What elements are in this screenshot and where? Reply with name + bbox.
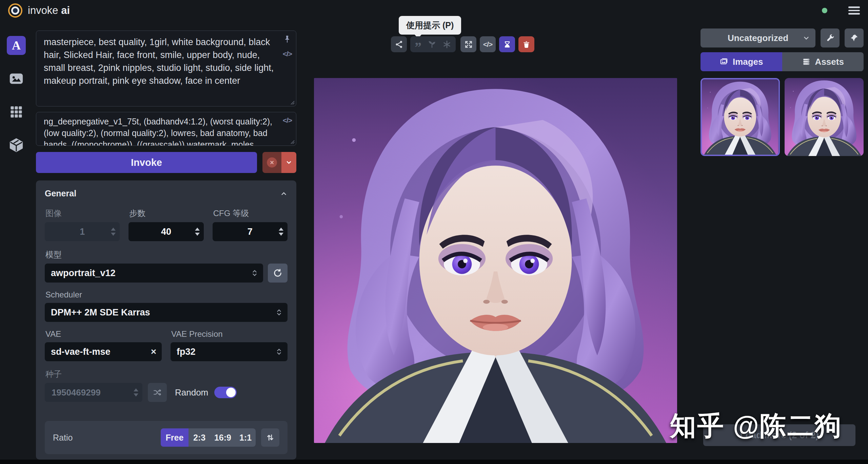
general-header[interactable]: General — [45, 189, 288, 198]
ratio-option-free[interactable]: Free — [161, 428, 189, 447]
board-select[interactable]: Uncategorized — [701, 28, 815, 47]
model-select[interactable]: awportrait_v12 — [45, 264, 263, 283]
cancel-button[interactable]: × — [262, 152, 281, 173]
tab-canvas[interactable] — [7, 69, 26, 88]
steps-stepper[interactable] — [195, 222, 200, 241]
generation-panel: masterpiece, best quality, 1girl, white … — [36, 31, 296, 460]
invoke-ai-app: invoke ai A masterpiece, best quality, 1… — [0, 0, 868, 464]
random-label: Random — [175, 387, 208, 398]
gallery-grid — [701, 78, 864, 156]
refresh-icon — [273, 268, 282, 278]
negative-prompt-text[interactable]: ng_deepnegative_v1_75t, (badhandv4:1.2),… — [36, 112, 296, 146]
scheduler-select[interactable]: DPM++ 2M SDE Karras — [45, 303, 288, 322]
expand-image-button[interactable] — [460, 36, 476, 52]
ratio-label: Ratio — [53, 433, 73, 443]
gallery-panel: Uncategorized Images Assets — [701, 28, 864, 464]
use-all-icon[interactable] — [442, 40, 451, 49]
current-image-view — [314, 78, 677, 443]
view-metadata-button[interactable]: </> — [480, 36, 496, 52]
swap-vertical-icon — [266, 433, 275, 442]
bottom-strip — [0, 460, 868, 464]
chevrons-updown-icon — [275, 347, 283, 356]
gallery-settings-button[interactable] — [821, 28, 840, 47]
ratio-option-16-9[interactable]: 16:9 — [210, 428, 235, 447]
chevron-down-icon — [803, 34, 810, 42]
thumbnail-image — [702, 79, 778, 155]
grid-icon — [9, 104, 24, 119]
gallery-image-selected[interactable] — [701, 78, 780, 156]
arrows-out-icon — [464, 40, 473, 49]
cfg-label: CFG 等级 — [213, 208, 288, 219]
general-section: General 图像 1 步数 40 — [36, 180, 296, 460]
image-icon — [8, 71, 24, 86]
images-field: 图像 1 — [45, 208, 120, 241]
share-image-button[interactable] — [391, 36, 407, 52]
vae-precision-label: VAE Precision — [171, 329, 288, 339]
steps-input[interactable]: 40 — [129, 222, 203, 241]
vae-select[interactable]: sd-vae-ft-mse × — [45, 342, 162, 361]
steps-field: 步数 40 — [129, 208, 203, 241]
vae-precision-select[interactable]: fp32 — [171, 342, 288, 361]
pin-icon — [850, 34, 859, 42]
gallery-image[interactable] — [785, 78, 864, 156]
resize-grip-icon[interactable] — [290, 100, 295, 105]
refresh-models-button[interactable] — [268, 264, 288, 283]
seed-input: 1950469299 — [45, 383, 142, 402]
tab-models[interactable] — [7, 136, 26, 155]
resize-grip-icon[interactable] — [290, 139, 295, 144]
ratio-option-1-1[interactable]: 1:1 — [235, 428, 256, 447]
viewer-toolbar: ” </> — [391, 36, 534, 52]
tab-assets[interactable]: Assets — [782, 52, 864, 71]
positive-prompt-box[interactable]: masterpiece, best quality, 1girl, white … — [36, 31, 296, 107]
delete-image-button[interactable] — [518, 36, 534, 52]
shuffle-seed-button[interactable] — [148, 383, 167, 402]
queue-status-button[interactable] — [499, 36, 515, 52]
generated-image — [314, 78, 677, 443]
cfg-input[interactable]: 7 — [213, 222, 288, 241]
gallery-tabs: Images Assets — [701, 52, 864, 71]
prompt-code-icon[interactable]: </> — [283, 50, 292, 58]
positive-prompt-text[interactable]: masterpiece, best quality, 1girl, white … — [36, 31, 296, 87]
pin-gallery-button[interactable] — [845, 28, 864, 47]
cancel-split-button[interactable]: × — [262, 152, 296, 173]
tab-images[interactable]: Images — [701, 52, 782, 71]
model-field: 模型 awportrait_v12 — [45, 249, 288, 283]
watermark: 知乎 @陈二狗 — [670, 408, 842, 444]
scheduler-field: Scheduler DPM++ 2M SDE Karras — [45, 290, 288, 322]
app-title: invoke ai — [28, 4, 70, 17]
images-stepper — [111, 222, 116, 241]
tooltip: 使用提示 (P) — [399, 16, 461, 35]
invoke-button[interactable]: Invoke — [36, 152, 257, 173]
vae-label: VAE — [45, 329, 162, 339]
assets-icon — [802, 57, 811, 66]
recall-button-group: ” — [410, 36, 456, 52]
clear-vae-icon[interactable]: × — [151, 346, 156, 357]
vae-precision-field: VAE Precision fp32 — [171, 329, 288, 361]
vae-field: VAE sd-vae-ft-mse × — [45, 329, 162, 361]
random-toggle[interactable] — [214, 387, 237, 398]
chevron-up-icon — [280, 190, 288, 197]
menu-button[interactable] — [848, 6, 860, 15]
ratio-option-2-3[interactable]: 2:3 — [189, 428, 210, 447]
images-input: 1 — [45, 222, 120, 241]
status-dot-icon — [822, 8, 827, 13]
tab-workflows[interactable] — [7, 102, 26, 121]
cfg-stepper[interactable] — [279, 222, 283, 241]
negative-code-icon[interactable]: </> — [283, 116, 292, 124]
images-label: 图像 — [45, 208, 120, 219]
use-seed-icon[interactable] — [428, 40, 436, 49]
seed-stepper — [134, 383, 138, 402]
share-icon — [395, 40, 403, 49]
ratio-panel: Ratio Free 2:3 16:9 1:1 — [45, 421, 288, 454]
tab-generate[interactable]: A — [7, 36, 26, 55]
chevrons-updown-icon — [251, 269, 258, 277]
swap-dimensions-button[interactable] — [261, 428, 279, 447]
negative-prompt-box[interactable]: ng_deepnegative_v1_75t, (badhandv4:1.2),… — [36, 112, 296, 146]
wrench-icon — [826, 34, 835, 43]
pin-icon[interactable] — [283, 35, 292, 44]
thumbnail-image — [785, 78, 864, 156]
cancel-menu-button[interactable] — [281, 152, 296, 173]
cancel-x-icon: × — [267, 157, 277, 168]
use-prompt-icon[interactable]: ” — [415, 44, 421, 51]
model-label: 模型 — [45, 249, 288, 260]
